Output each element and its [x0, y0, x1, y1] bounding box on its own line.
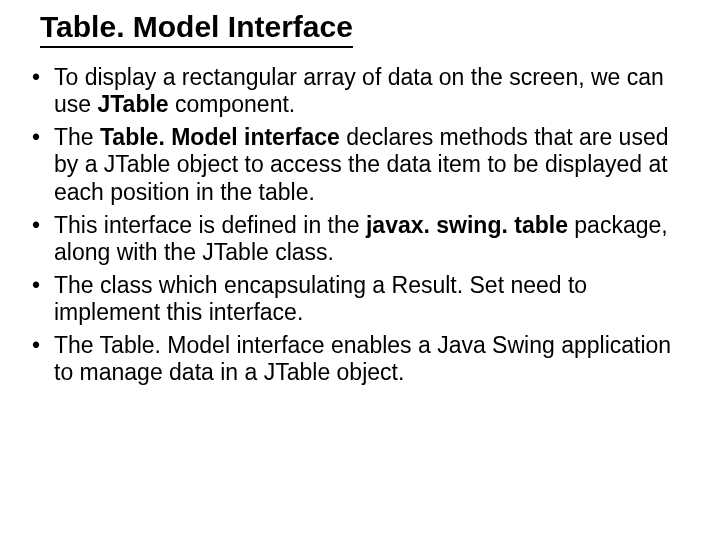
list-item: The Table. Model interface declares meth…	[28, 124, 692, 205]
bullet-list: To display a rectangular array of data o…	[28, 64, 692, 386]
list-item: This interface is defined in the javax. …	[28, 212, 692, 266]
bullet-text-post: component.	[169, 91, 296, 117]
list-item: The Table. Model interface enables a Jav…	[28, 332, 692, 386]
slide-title: Table. Model Interface	[40, 10, 353, 48]
list-item: To display a rectangular array of data o…	[28, 64, 692, 118]
bullet-text-bold: Table. Model interface	[100, 124, 340, 150]
bullet-text-pre: The Table. Model interface enables a Jav…	[54, 332, 671, 385]
list-item: The class which encapsulating a Result. …	[28, 272, 692, 326]
bullet-text-bold: javax. swing. table	[366, 212, 568, 238]
bullet-text-pre: The	[54, 124, 100, 150]
bullet-text-pre: This interface is defined in the	[54, 212, 366, 238]
bullet-text-pre: The class which encapsulating a Result. …	[54, 272, 587, 325]
bullet-text-bold: JTable	[97, 91, 168, 117]
